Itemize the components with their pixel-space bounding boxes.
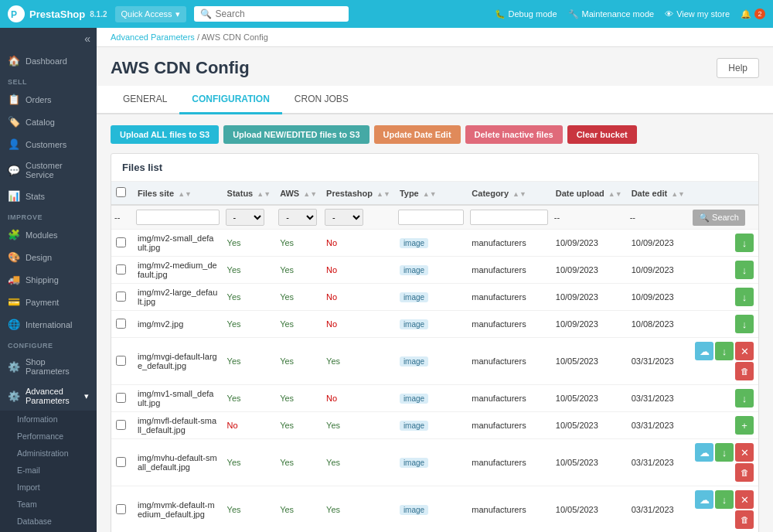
help-button[interactable]: Help [717, 58, 759, 78]
upload-button[interactable]: ☁ [695, 490, 713, 509]
select-all-checkbox[interactable] [116, 187, 126, 197]
sidebar-label-dashboard: Dashboard [26, 56, 67, 66]
table-row: img/mv1-small_default.jpgYesYesNoimagema… [111, 385, 758, 412]
table-row: img/mvfl-default-small_default.jpgNoYesY… [111, 412, 758, 439]
sidebar-item-shop-parameters[interactable]: ⚙️ Shop Parameters [0, 352, 97, 381]
sidebar-sub-team[interactable]: Team [0, 496, 97, 513]
download-button[interactable]: ↓ [715, 342, 734, 360]
bell-icon: 🔔 [741, 9, 751, 19]
table-row: img/mvhu-default-small_default.jpgYesYes… [111, 439, 758, 486]
sidebar-item-stats[interactable]: 📊 Stats [0, 185, 97, 207]
sidebar-label-orders: Orders [26, 95, 52, 104]
row-checkbox-6[interactable] [116, 420, 126, 430]
international-icon: 🌐 [8, 319, 20, 330]
sidebar-item-international[interactable]: 🌐 International [0, 313, 97, 336]
col-prestashop[interactable]: Prestashop ▲▼ [322, 182, 395, 205]
update-date-button[interactable]: Update Date Edit [374, 125, 461, 144]
download-button[interactable]: ↓ [735, 234, 754, 252]
filter-status-select[interactable]: -YesNo [226, 209, 264, 226]
stats-icon: 📊 [8, 190, 20, 202]
row-status: Yes [223, 385, 276, 412]
tab-cron-jobs[interactable]: CRON JOBS [282, 86, 361, 114]
sidebar-item-customer-service[interactable]: 💬 Customer Service [0, 155, 97, 185]
col-aws[interactable]: AWS ▲▼ [275, 182, 322, 205]
row-checkbox-8[interactable] [116, 504, 126, 514]
sidebar-sub-import[interactable]: Import [0, 479, 97, 496]
upload-button[interactable]: ☁ [695, 443, 713, 462]
clear-bucket-button[interactable]: Clear bucket [567, 125, 637, 144]
upload-button[interactable]: ☁ [695, 342, 713, 360]
download-button[interactable]: ↓ [715, 443, 734, 462]
row-checkbox-1[interactable] [116, 264, 126, 275]
add-button[interactable]: + [735, 416, 754, 435]
filter-prestashop-select[interactable]: -YesNo [325, 209, 363, 226]
download-button[interactable]: ↓ [735, 288, 754, 306]
delete-inactive-button[interactable]: Delete inactive files [465, 125, 563, 144]
search-box: 🔍 [194, 6, 349, 22]
tab-general[interactable]: GENERAL [111, 86, 179, 114]
download-button[interactable]: ↓ [735, 389, 754, 408]
maintenance-mode-button[interactable]: 🔧 Maintenance mode [568, 9, 655, 19]
view-store-button[interactable]: 👁 View my store [665, 9, 730, 19]
filter-aws-select[interactable]: -YesNo [278, 209, 317, 226]
sidebar-item-advanced-parameters[interactable]: ⚙️ Advanced Parameters ▾ [0, 381, 97, 411]
sidebar-collapse[interactable]: « [0, 28, 97, 49]
sidebar-sub-administration[interactable]: Administration [0, 445, 97, 462]
delete-button[interactable]: 🗑 [735, 362, 754, 380]
row-date-upload: 10/05/2023 [551, 385, 627, 412]
sidebar-label-customers: Customers [26, 140, 66, 149]
upload-new-button[interactable]: Upload NEW/EDITED files to S3 [223, 125, 369, 144]
row-checkbox-2[interactable] [116, 292, 126, 302]
filter-files-site-input[interactable] [136, 210, 220, 225]
download-button[interactable]: ↓ [715, 490, 734, 509]
filter-type-input[interactable] [398, 210, 464, 225]
notifications-button[interactable]: 🔔 2 [741, 9, 765, 19]
cancel-button[interactable]: ✕ [735, 490, 754, 509]
collapse-button[interactable]: « [84, 32, 90, 45]
download-button[interactable]: ↓ [735, 261, 754, 279]
sidebar-item-customers[interactable]: 👤 Customers [0, 133, 97, 155]
col-date-edit[interactable]: Date edit ▲▼ [627, 182, 690, 205]
row-checkbox-0[interactable] [116, 237, 126, 247]
col-status[interactable]: Status ▲▼ [223, 182, 276, 205]
filter-category-input[interactable] [470, 210, 547, 225]
sidebar-item-dashboard[interactable]: 🏠 Dashboard [0, 49, 97, 72]
search-input[interactable] [216, 9, 342, 19]
row-checkbox-7[interactable] [116, 457, 126, 467]
row-checkbox-5[interactable] [116, 393, 126, 403]
row-actions: ☁↓✕🗑 [690, 338, 758, 385]
row-filename: img/mv2-medium_default.jpg [133, 257, 223, 284]
col-date-upload[interactable]: Date upload ▲▼ [551, 182, 627, 205]
row-checkbox-4[interactable] [116, 356, 126, 366]
debug-mode-button[interactable]: 🐛 Debug mode [495, 9, 557, 19]
delete-button[interactable]: 🗑 [735, 463, 754, 482]
sidebar-sub-information[interactable]: Information [0, 411, 97, 428]
sidebar-sub-email[interactable]: E-mail [0, 462, 97, 479]
sidebar-item-payment[interactable]: 💳 Payment [0, 291, 97, 313]
filter-row: -- -YesNo -YesNo [111, 205, 758, 230]
sidebar-item-modules[interactable]: 🧩 Modules [0, 223, 97, 246]
sidebar-item-shipping[interactable]: 🚚 Shipping [0, 268, 97, 291]
upload-all-button[interactable]: Upload ALL files to S3 [111, 125, 219, 144]
tab-configuration[interactable]: CONFIGURATION [179, 86, 281, 114]
row-status: Yes [223, 230, 276, 257]
row-category: manufacturers [467, 311, 550, 338]
sidebar-item-catalog[interactable]: 🏷️ Catalog [0, 111, 97, 133]
breadcrumb-advanced-parameters[interactable]: Advanced Parameters [111, 32, 195, 42]
download-button[interactable]: ↓ [735, 315, 754, 333]
col-files-site[interactable]: Files site ▲▼ [133, 182, 223, 205]
quick-access-button[interactable]: Quick Access ▾ [115, 6, 186, 22]
filter-search-button[interactable]: 🔍 Search [693, 210, 745, 226]
row-date-upload: 10/09/2023 [551, 230, 627, 257]
row-checkbox-3[interactable] [116, 319, 126, 329]
cancel-button[interactable]: ✕ [735, 342, 754, 360]
sidebar-sub-performance[interactable]: Performance [0, 428, 97, 445]
sidebar-item-design[interactable]: 🎨 Design [0, 246, 97, 268]
cancel-button[interactable]: ✕ [735, 443, 754, 462]
col-type[interactable]: Type ▲▼ [395, 182, 467, 205]
sidebar-item-orders[interactable]: 📋 Orders [0, 88, 97, 111]
sidebar-sub-database[interactable]: Database [0, 513, 97, 530]
row-actions: ↓ [690, 257, 758, 284]
delete-button[interactable]: 🗑 [735, 510, 754, 529]
col-category[interactable]: Category ▲▼ [467, 182, 550, 205]
